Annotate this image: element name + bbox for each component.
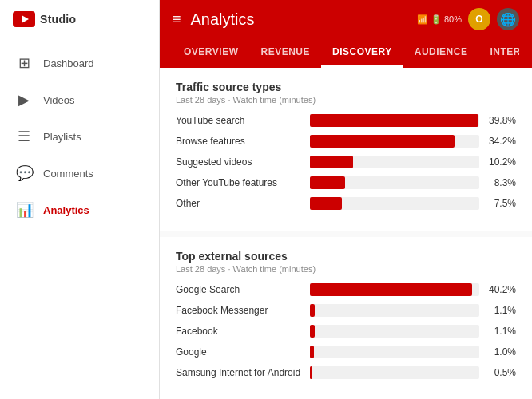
traffic-title: Traffic source types [176,81,516,93]
bar-fill [310,176,345,189]
sidebar-item-videos[interactable]: ▶ Videos [0,81,159,118]
hamburger-icon[interactable]: ≡ [173,11,181,28]
bar-value: 0.5% [486,367,516,378]
header-top: ≡ Analytics 📶 🔋 80% O 🌐 [173,0,519,38]
bar-track [310,325,479,338]
bar-fill [310,366,312,379]
sidebar-item-playlists[interactable]: ☰ Playlists [0,118,159,155]
traffic-subtitle: Last 28 days · Watch time (minutes) [176,95,516,105]
analytics-icon: 📊 [16,201,32,219]
tab-revenue[interactable]: REVENUE [249,38,321,68]
row-label: Other YouTube features [176,177,304,188]
sidebar-item-label: Dashboard [43,57,94,69]
external-subtitle: Last 28 days · Watch time (minutes) [176,264,516,274]
external-section: Top external sources Last 28 days · Watc… [160,237,532,399]
external-title: Top external sources [176,250,516,263]
table-row: Facebook Messenger1.1% [176,304,516,317]
bar-track [310,156,479,168]
sidebar-item-label: Analytics [43,204,89,216]
sidebar-item-label: Comments [43,168,93,180]
bar-fill [310,346,314,358]
row-label: Suggested videos [176,156,304,168]
tab-overview[interactable]: OVERVIEW [173,38,249,68]
bar-value: 1.0% [486,346,516,358]
bar-value: 1.1% [486,326,516,337]
youtube-logo: Studio [13,11,76,27]
globe-icon[interactable]: 🌐 [497,8,519,30]
bar-fill [310,304,315,317]
tabs-bar: OVERVIEW REVENUE DISCOVERY AUDIENCE INTE… [173,38,519,68]
logo-area: Studio [0,0,159,38]
table-row: Facebook1.1% [176,325,516,338]
bar-track [310,197,479,210]
videos-icon: ▶ [16,91,32,109]
bar-fill [310,156,353,168]
bar-track [310,135,479,148]
table-row: Google Search40.2% [176,283,516,296]
bar-track [310,346,479,358]
status-text: 📶 🔋 80% [417,14,462,25]
row-label: Facebook Messenger [176,305,304,316]
comments-icon: 💬 [16,164,32,182]
bar-value: 39.8% [486,115,516,126]
table-row: Suggested videos10.2% [176,156,516,168]
row-label: Facebook [176,326,304,337]
bar-value: 7.5% [486,198,516,209]
tab-interactive[interactable]: INTERACTIVE CONTENT [478,38,519,68]
table-row: YouTube search39.8% [176,114,516,127]
row-label: Google Search [176,284,304,295]
bar-fill [310,283,472,296]
bar-track [310,114,479,127]
yt-icon [13,11,35,27]
avatar[interactable]: O [468,8,490,30]
sidebar: Studio ⊞ Dashboard ▶ Videos ☰ Playlists … [0,0,160,399]
row-label: Other [176,198,304,209]
bar-value: 8.3% [486,177,516,188]
bar-fill [310,135,455,148]
page-title: Analytics [191,10,407,29]
bar-value: 34.2% [486,136,516,147]
table-row: Other YouTube features8.3% [176,176,516,189]
row-label: Google [176,346,304,358]
sidebar-nav: ⊞ Dashboard ▶ Videos ☰ Playlists 💬 Comme… [0,45,159,228]
bar-fill [310,325,315,338]
sidebar-item-dashboard[interactable]: ⊞ Dashboard [0,45,159,81]
table-row: Samsung Internet for Android0.5% [176,366,516,379]
bar-track [310,283,479,296]
bar-value: 40.2% [486,284,516,295]
main-area: ≡ Analytics 📶 🔋 80% O 🌐 OVERVIEW REVENUE… [160,0,532,399]
header-icons: 📶 🔋 80% O 🌐 [417,8,519,30]
bar-track [310,366,479,379]
table-row: Other7.5% [176,197,516,210]
bar-track [310,304,479,317]
sidebar-item-comments[interactable]: 💬 Comments [0,155,159,192]
header: ≡ Analytics 📶 🔋 80% O 🌐 OVERVIEW REVENUE… [160,0,532,68]
playlists-icon: ☰ [16,128,32,145]
row-label: Browse features [176,136,304,147]
studio-label: Studio [40,13,76,26]
traffic-rows: YouTube search39.8%Browse features34.2%S… [176,114,516,210]
bar-fill [310,197,342,210]
bar-track [310,176,479,189]
table-row: Browse features34.2% [176,135,516,148]
bar-value: 10.2% [486,156,516,168]
row-label: Samsung Internet for Android [176,367,304,378]
row-label: YouTube search [176,115,304,126]
bar-fill [310,114,478,127]
external-rows: Google Search40.2%Facebook Messenger1.1%… [176,283,516,379]
sidebar-item-analytics[interactable]: 📊 Analytics [0,192,159,228]
content-area: Traffic source types Last 28 days · Watc… [160,68,532,399]
tab-discovery[interactable]: DISCOVERY [321,38,403,68]
sidebar-item-label: Videos [43,94,75,106]
traffic-section: Traffic source types Last 28 days · Watc… [160,68,532,231]
tab-audience[interactable]: AUDIENCE [403,38,479,68]
sidebar-item-label: Playlists [43,131,81,143]
bar-value: 1.1% [486,305,516,316]
dashboard-icon: ⊞ [16,54,32,72]
table-row: Google1.0% [176,346,516,358]
